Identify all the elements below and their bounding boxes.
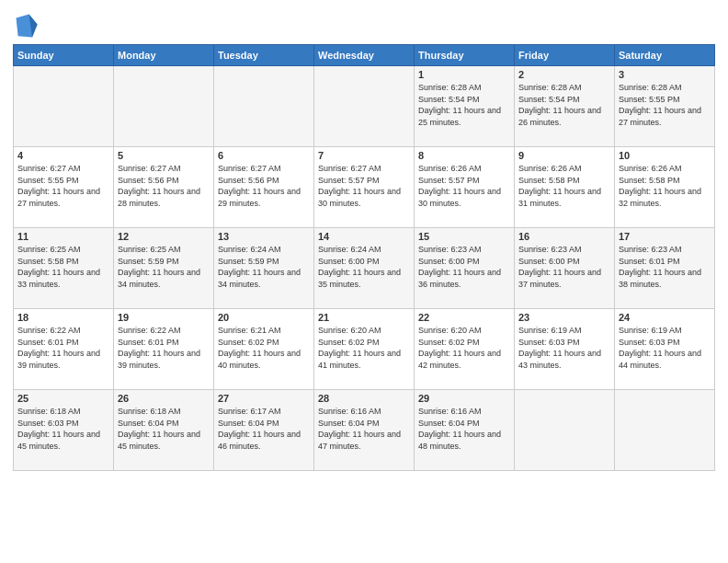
day-number: 22 bbox=[418, 312, 510, 323]
day-number: 28 bbox=[318, 393, 410, 404]
day-number: 5 bbox=[118, 150, 210, 161]
calendar-cell: 11Sunrise: 6:25 AM Sunset: 5:58 PM Dayli… bbox=[14, 228, 114, 309]
calendar-cell: 17Sunrise: 6:23 AM Sunset: 6:01 PM Dayli… bbox=[615, 228, 715, 309]
day-info: Sunrise: 6:27 AM Sunset: 5:55 PM Dayligh… bbox=[17, 163, 109, 209]
weekday-header-row: SundayMondayTuesdayWednesdayThursdayFrid… bbox=[14, 45, 715, 66]
day-number: 21 bbox=[318, 312, 410, 323]
day-number: 6 bbox=[218, 150, 310, 161]
calendar-cell bbox=[615, 390, 715, 471]
calendar-cell: 28Sunrise: 6:16 AM Sunset: 6:04 PM Dayli… bbox=[314, 390, 415, 471]
header bbox=[13, 9, 715, 39]
day-number: 12 bbox=[118, 231, 210, 242]
day-info: Sunrise: 6:28 AM Sunset: 5:54 PM Dayligh… bbox=[418, 82, 510, 128]
day-info: Sunrise: 6:25 AM Sunset: 5:59 PM Dayligh… bbox=[118, 244, 210, 290]
calendar-cell bbox=[314, 66, 415, 147]
logo-icon bbox=[13, 13, 39, 39]
calendar-cell bbox=[114, 66, 214, 147]
calendar-cell: 16Sunrise: 6:23 AM Sunset: 6:00 PM Dayli… bbox=[515, 228, 615, 309]
calendar-week-row: 11Sunrise: 6:25 AM Sunset: 5:58 PM Dayli… bbox=[14, 228, 715, 309]
day-number: 11 bbox=[17, 231, 109, 242]
weekday-header-friday: Friday bbox=[515, 45, 615, 66]
calendar-cell: 23Sunrise: 6:19 AM Sunset: 6:03 PM Dayli… bbox=[515, 309, 615, 390]
day-info: Sunrise: 6:18 AM Sunset: 6:04 PM Dayligh… bbox=[118, 406, 210, 452]
day-number: 27 bbox=[218, 393, 310, 404]
calendar-cell: 20Sunrise: 6:21 AM Sunset: 6:02 PM Dayli… bbox=[214, 309, 314, 390]
day-number: 29 bbox=[418, 393, 510, 404]
day-info: Sunrise: 6:18 AM Sunset: 6:03 PM Dayligh… bbox=[17, 406, 109, 452]
day-info: Sunrise: 6:26 AM Sunset: 5:57 PM Dayligh… bbox=[418, 163, 510, 209]
day-info: Sunrise: 6:24 AM Sunset: 5:59 PM Dayligh… bbox=[218, 244, 310, 290]
day-number: 13 bbox=[218, 231, 310, 242]
calendar-cell bbox=[214, 66, 314, 147]
day-number: 10 bbox=[619, 150, 711, 161]
day-info: Sunrise: 6:19 AM Sunset: 6:03 PM Dayligh… bbox=[619, 325, 711, 371]
day-number: 16 bbox=[518, 231, 610, 242]
day-info: Sunrise: 6:25 AM Sunset: 5:58 PM Dayligh… bbox=[17, 244, 109, 290]
day-number: 4 bbox=[17, 150, 109, 161]
day-info: Sunrise: 6:28 AM Sunset: 5:55 PM Dayligh… bbox=[619, 82, 711, 128]
calendar-cell: 21Sunrise: 6:20 AM Sunset: 6:02 PM Dayli… bbox=[314, 309, 415, 390]
day-number: 26 bbox=[118, 393, 210, 404]
calendar-cell: 12Sunrise: 6:25 AM Sunset: 5:59 PM Dayli… bbox=[114, 228, 214, 309]
day-info: Sunrise: 6:16 AM Sunset: 6:04 PM Dayligh… bbox=[318, 406, 410, 452]
day-number: 3 bbox=[619, 69, 711, 80]
calendar-cell: 22Sunrise: 6:20 AM Sunset: 6:02 PM Dayli… bbox=[415, 309, 515, 390]
calendar-cell: 26Sunrise: 6:18 AM Sunset: 6:04 PM Dayli… bbox=[114, 390, 214, 471]
calendar-cell: 13Sunrise: 6:24 AM Sunset: 5:59 PM Dayli… bbox=[214, 228, 314, 309]
calendar-cell: 29Sunrise: 6:16 AM Sunset: 6:04 PM Dayli… bbox=[415, 390, 515, 471]
day-info: Sunrise: 6:26 AM Sunset: 5:58 PM Dayligh… bbox=[619, 163, 711, 209]
day-info: Sunrise: 6:20 AM Sunset: 6:02 PM Dayligh… bbox=[318, 325, 410, 371]
calendar-cell bbox=[515, 390, 615, 471]
calendar-cell: 7Sunrise: 6:27 AM Sunset: 5:57 PM Daylig… bbox=[314, 147, 415, 228]
calendar-week-row: 1Sunrise: 6:28 AM Sunset: 5:54 PM Daylig… bbox=[14, 66, 715, 147]
calendar-cell: 9Sunrise: 6:26 AM Sunset: 5:58 PM Daylig… bbox=[515, 147, 615, 228]
logo bbox=[13, 13, 42, 39]
day-info: Sunrise: 6:23 AM Sunset: 6:00 PM Dayligh… bbox=[418, 244, 510, 290]
day-info: Sunrise: 6:27 AM Sunset: 5:56 PM Dayligh… bbox=[218, 163, 310, 209]
day-number: 19 bbox=[118, 312, 210, 323]
page: SundayMondayTuesdayWednesdayThursdayFrid… bbox=[0, 0, 728, 563]
day-info: Sunrise: 6:16 AM Sunset: 6:04 PM Dayligh… bbox=[418, 406, 510, 452]
day-number: 20 bbox=[218, 312, 310, 323]
day-number: 25 bbox=[17, 393, 109, 404]
day-number: 2 bbox=[518, 69, 610, 80]
calendar-week-row: 4Sunrise: 6:27 AM Sunset: 5:55 PM Daylig… bbox=[14, 147, 715, 228]
weekday-header-thursday: Thursday bbox=[415, 45, 515, 66]
calendar-cell: 6Sunrise: 6:27 AM Sunset: 5:56 PM Daylig… bbox=[214, 147, 314, 228]
weekday-header-saturday: Saturday bbox=[615, 45, 715, 66]
calendar-cell: 27Sunrise: 6:17 AM Sunset: 6:04 PM Dayli… bbox=[214, 390, 314, 471]
day-info: Sunrise: 6:22 AM Sunset: 6:01 PM Dayligh… bbox=[17, 325, 109, 371]
day-number: 15 bbox=[418, 231, 510, 242]
calendar-cell: 8Sunrise: 6:26 AM Sunset: 5:57 PM Daylig… bbox=[415, 147, 515, 228]
day-info: Sunrise: 6:20 AM Sunset: 6:02 PM Dayligh… bbox=[418, 325, 510, 371]
day-info: Sunrise: 6:24 AM Sunset: 6:00 PM Dayligh… bbox=[318, 244, 410, 290]
day-info: Sunrise: 6:26 AM Sunset: 5:58 PM Dayligh… bbox=[518, 163, 610, 209]
weekday-header-wednesday: Wednesday bbox=[314, 45, 415, 66]
calendar-cell: 4Sunrise: 6:27 AM Sunset: 5:55 PM Daylig… bbox=[14, 147, 114, 228]
weekday-header-tuesday: Tuesday bbox=[214, 45, 314, 66]
calendar-cell: 15Sunrise: 6:23 AM Sunset: 6:00 PM Dayli… bbox=[415, 228, 515, 309]
calendar-cell: 25Sunrise: 6:18 AM Sunset: 6:03 PM Dayli… bbox=[14, 390, 114, 471]
calendar-cell: 1Sunrise: 6:28 AM Sunset: 5:54 PM Daylig… bbox=[415, 66, 515, 147]
calendar-cell: 18Sunrise: 6:22 AM Sunset: 6:01 PM Dayli… bbox=[14, 309, 114, 390]
day-info: Sunrise: 6:27 AM Sunset: 5:57 PM Dayligh… bbox=[318, 163, 410, 209]
calendar-cell: 19Sunrise: 6:22 AM Sunset: 6:01 PM Dayli… bbox=[114, 309, 214, 390]
day-number: 14 bbox=[318, 231, 410, 242]
weekday-header-sunday: Sunday bbox=[14, 45, 114, 66]
day-number: 18 bbox=[17, 312, 109, 323]
calendar-body: 1Sunrise: 6:28 AM Sunset: 5:54 PM Daylig… bbox=[14, 66, 715, 471]
day-info: Sunrise: 6:27 AM Sunset: 5:56 PM Dayligh… bbox=[118, 163, 210, 209]
day-info: Sunrise: 6:22 AM Sunset: 6:01 PM Dayligh… bbox=[118, 325, 210, 371]
calendar-cell: 14Sunrise: 6:24 AM Sunset: 6:00 PM Dayli… bbox=[314, 228, 415, 309]
calendar-table: SundayMondayTuesdayWednesdayThursdayFrid… bbox=[13, 44, 715, 471]
day-info: Sunrise: 6:17 AM Sunset: 6:04 PM Dayligh… bbox=[218, 406, 310, 452]
calendar-cell: 10Sunrise: 6:26 AM Sunset: 5:58 PM Dayli… bbox=[615, 147, 715, 228]
weekday-header-monday: Monday bbox=[114, 45, 214, 66]
day-info: Sunrise: 6:19 AM Sunset: 6:03 PM Dayligh… bbox=[518, 325, 610, 371]
day-info: Sunrise: 6:23 AM Sunset: 6:00 PM Dayligh… bbox=[518, 244, 610, 290]
day-number: 23 bbox=[518, 312, 610, 323]
calendar-cell bbox=[14, 66, 114, 147]
day-info: Sunrise: 6:21 AM Sunset: 6:02 PM Dayligh… bbox=[218, 325, 310, 371]
calendar-cell: 5Sunrise: 6:27 AM Sunset: 5:56 PM Daylig… bbox=[114, 147, 214, 228]
day-number: 24 bbox=[619, 312, 711, 323]
